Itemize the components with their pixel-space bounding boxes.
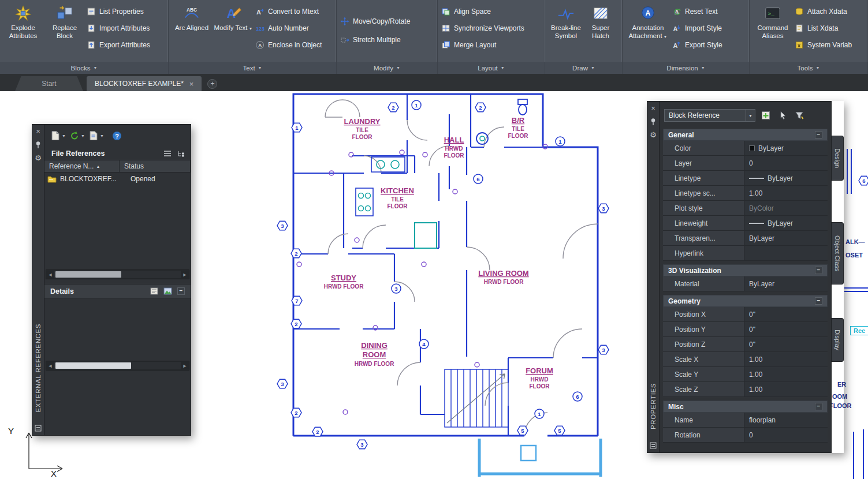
toggle-pickadd-button[interactable]: [759, 109, 772, 122]
section-general-header[interactable]: General−: [663, 129, 828, 141]
tab-drawing-active[interactable]: BLOCKTOXREF EXAMPLE* ×: [87, 76, 202, 91]
help-button[interactable]: ?: [112, 131, 122, 141]
blocks-panel-title[interactable]: Blocks▼: [0, 62, 168, 74]
import-attributes-button[interactable]: Import Attributes: [87, 24, 150, 33]
annotation-attachment-button[interactable]: A Annotation Attachment▼: [626, 2, 670, 62]
export-style-button[interactable]: A Export Style: [672, 40, 722, 50]
rotation-value[interactable]: 0: [744, 428, 828, 442]
position-x-value[interactable]: 0": [744, 307, 828, 321]
gear-icon[interactable]: ⚙: [35, 155, 42, 162]
quick-select-button[interactable]: [793, 109, 806, 122]
select-objects-button[interactable]: [776, 109, 789, 122]
stretch-multiple-button[interactable]: Stretch Multiple: [340, 35, 410, 44]
properties-palette-titlebar[interactable]: × ⚙ PROPERTIES: [647, 101, 660, 453]
lineweight-value[interactable]: ByLayer: [744, 216, 828, 230]
property-row-lineweight: Lineweight ByLayer: [663, 216, 828, 231]
close-tab-icon[interactable]: ×: [189, 80, 194, 88]
close-icon[interactable]: ×: [36, 128, 40, 135]
collapse-icon[interactable]: −: [815, 297, 822, 305]
xref-row-blocktoxref[interactable]: BLOCKTOXREF... Opened: [44, 173, 191, 185]
arc-aligned-button[interactable]: ABC Arc Aligned: [172, 2, 211, 62]
name-value[interactable]: floorplan: [744, 413, 828, 427]
column-status[interactable]: Status: [120, 160, 191, 172]
hyperlink-value[interactable]: [744, 246, 828, 260]
palette-menu-icon[interactable]: [650, 442, 657, 449]
scrollbar-thumb[interactable]: [55, 362, 131, 369]
palette-menu-icon[interactable]: [35, 425, 42, 432]
list-view-icon[interactable]: [163, 150, 172, 157]
auto-hide-pin-icon[interactable]: [35, 141, 42, 149]
attach-xdata-button[interactable]: Attach Xdata: [795, 7, 852, 16]
collapse-icon[interactable]: −: [815, 267, 822, 274]
column-reference-name[interactable]: Reference N...▲: [44, 160, 120, 172]
convert-to-mtext-button[interactable]: A Convert to Mtext: [255, 7, 322, 16]
move-copy-rotate-button[interactable]: Move/Copy/Rotate: [340, 17, 410, 26]
tab-design[interactable]: Design: [832, 136, 844, 181]
tab-start[interactable]: Start: [15, 76, 83, 91]
material-value[interactable]: ByLayer: [744, 276, 828, 291]
close-icon[interactable]: ×: [651, 105, 655, 112]
preview-image-icon[interactable]: [163, 287, 172, 295]
enclose-in-object-button[interactable]: A Enclose in Object: [255, 40, 322, 50]
position-z-value[interactable]: 0": [744, 337, 828, 351]
xref-palette-titlebar[interactable]: × ⚙ EXTERNAL REFERENCES: [32, 124, 44, 436]
linetype-value[interactable]: ByLayer: [744, 171, 828, 185]
scroll-left-arrow-icon[interactable]: ◄: [46, 272, 54, 278]
details-properties-icon[interactable]: [150, 287, 158, 295]
property-row-position-y: Position Y 0": [663, 322, 828, 337]
text-panel-title[interactable]: Text▼: [169, 62, 336, 74]
collapse-icon[interactable]: −: [815, 403, 822, 410]
merge-layout-button[interactable]: Merge Layout: [441, 40, 524, 50]
synchronize-viewports-button[interactable]: Synchronize Viewports: [441, 24, 524, 33]
svg-text:LAUNDRY: LAUNDRY: [344, 117, 380, 126]
scroll-right-arrow-icon[interactable]: ►: [181, 363, 189, 369]
tree-view-icon[interactable]: [177, 150, 185, 157]
change-path-button[interactable]: ▼: [88, 130, 104, 141]
import-style-button[interactable]: A Import Style: [672, 24, 722, 33]
super-hatch-button[interactable]: Super Hatch: [586, 2, 616, 62]
modify-panel-title[interactable]: Modify▼: [337, 62, 437, 74]
list-xdata-button[interactable]: List Xdata: [795, 24, 852, 33]
object-type-select[interactable]: Block Reference ▼: [664, 109, 755, 122]
layout-panel-title[interactable]: Layout▼: [438, 62, 545, 74]
collapse-details-button[interactable]: −: [177, 287, 185, 295]
system-variables-button[interactable]: x System Variab: [795, 40, 852, 50]
break-line-symbol-button[interactable]: Break-line Symbol: [549, 2, 583, 62]
collapse-icon[interactable]: −: [815, 131, 822, 139]
position-y-value[interactable]: 0": [744, 322, 828, 336]
transparency-value[interactable]: ByLayer: [744, 231, 828, 245]
section-geometry-header[interactable]: Geometry−: [663, 295, 828, 307]
details-horizontal-scrollbar[interactable]: ◄ ►: [46, 361, 189, 371]
explode-attributes-button[interactable]: Explode Attributes: [3, 2, 43, 62]
draw-panel-title[interactable]: Draw▼: [545, 62, 622, 74]
scale-x-value[interactable]: 1.00: [744, 352, 828, 366]
list-properties-button[interactable]: List Properties: [87, 7, 150, 16]
auto-hide-pin-icon[interactable]: [650, 118, 657, 126]
attach-dwg-button[interactable]: ▼: [50, 130, 66, 141]
layer-value[interactable]: 0: [744, 156, 828, 170]
scroll-left-arrow-icon[interactable]: ◄: [46, 363, 54, 369]
xref-horizontal-scrollbar[interactable]: ◄ ►: [46, 270, 189, 279]
linetype-scale-value[interactable]: 1.00: [744, 186, 828, 200]
command-aliases-button[interactable]: >_ Command Aliases: [753, 2, 792, 62]
color-value[interactable]: ByLayer: [744, 141, 828, 155]
scale-y-value[interactable]: 1.00: [744, 367, 828, 381]
modify-text-button[interactable]: A Modify Text▼: [214, 2, 253, 62]
new-tab-button[interactable]: +: [207, 79, 217, 89]
section-misc-header[interactable]: Misc−: [663, 401, 828, 413]
section-3d-visualization-header[interactable]: 3D Visualization−: [663, 264, 828, 276]
scrollbar-thumb[interactable]: [55, 271, 121, 278]
tools-panel-title[interactable]: Tools▼: [750, 62, 867, 74]
reset-text-button[interactable]: A Reset Text: [672, 7, 722, 16]
export-attributes-button[interactable]: Export Attributes: [87, 40, 150, 50]
refresh-button[interactable]: ▼: [69, 130, 85, 141]
replace-block-button[interactable]: Replace Block: [45, 2, 84, 62]
tab-object-class[interactable]: Object Class: [832, 222, 844, 285]
align-space-button[interactable]: Align Space: [441, 7, 524, 16]
dimension-panel-title[interactable]: Dimension▼: [623, 62, 749, 74]
scale-z-value[interactable]: 1.00: [744, 382, 828, 396]
tab-display[interactable]: Display: [832, 318, 844, 362]
gear-icon[interactable]: ⚙: [650, 132, 657, 139]
scroll-right-arrow-icon[interactable]: ►: [181, 272, 189, 278]
auto-number-button[interactable]: 123 Auto Number: [255, 24, 322, 33]
